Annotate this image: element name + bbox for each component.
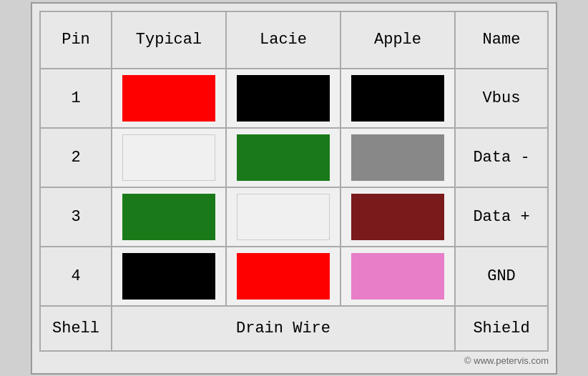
apple-color-2 <box>340 128 455 187</box>
pin-2: 2 <box>40 128 112 187</box>
typical-color-3 <box>112 187 226 247</box>
header-typical: Typical <box>112 11 226 69</box>
header-pin: Pin <box>40 11 112 69</box>
pin-3: 3 <box>40 187 112 247</box>
table-row: 2Data - <box>40 128 548 187</box>
header-lacie: Lacie <box>226 11 340 69</box>
typical-color-2 <box>112 128 226 187</box>
name-1: Vbus <box>455 69 548 128</box>
lacie-color-3 <box>226 187 340 247</box>
footer-drain-wire: Drain Wire <box>112 306 455 351</box>
lacie-color-4 <box>226 247 340 306</box>
main-container: Pin Typical Lacie Apple Name 1Vbus2Data … <box>31 2 557 375</box>
typical-color-1 <box>112 69 226 128</box>
name-2: Data - <box>455 128 548 187</box>
header-name: Name <box>455 11 548 69</box>
name-3: Data + <box>455 187 548 247</box>
name-4: GND <box>455 247 548 306</box>
header-apple: Apple <box>340 11 455 69</box>
usb-pinout-table: Pin Typical Lacie Apple Name 1Vbus2Data … <box>39 11 549 352</box>
watermark: © www.petervis.com <box>39 352 549 366</box>
footer-pin: Shell <box>40 306 112 351</box>
apple-color-4 <box>340 247 455 306</box>
pin-1: 1 <box>40 69 112 128</box>
lacie-color-2 <box>226 128 340 187</box>
typical-color-4 <box>112 247 226 306</box>
apple-color-1 <box>340 69 455 128</box>
table-row: 3Data + <box>40 187 548 247</box>
table-row: 4GND <box>40 247 548 306</box>
pin-4: 4 <box>40 247 112 306</box>
lacie-color-1 <box>226 69 340 128</box>
footer-name: Shield <box>455 306 548 351</box>
table-row: 1Vbus <box>40 69 548 128</box>
apple-color-3 <box>340 187 455 247</box>
